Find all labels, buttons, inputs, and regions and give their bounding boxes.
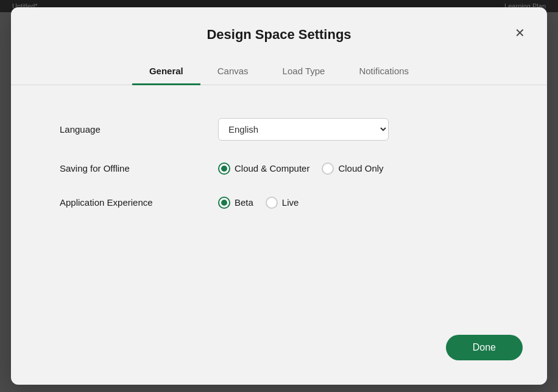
language-row: Language English Spanish French German P… — [60, 107, 498, 152]
cloud-only-radio[interactable] — [322, 163, 334, 175]
tab-general[interactable]: General — [132, 60, 200, 85]
saving-label: Saving for Offline — [60, 163, 194, 173]
beta-option[interactable]: Beta — [218, 197, 253, 209]
modal-title: Design Space Settings — [35, 27, 523, 43]
tab-load-type[interactable]: Load Type — [266, 60, 342, 85]
tab-bar: General Canvas Load Type Notifications — [11, 60, 547, 85]
beta-radio[interactable] — [218, 197, 230, 209]
tab-notifications[interactable]: Notifications — [342, 60, 426, 85]
language-label: Language — [60, 124, 194, 135]
live-radio[interactable] — [266, 197, 278, 209]
language-select[interactable]: English Spanish French German Portuguese… — [218, 118, 389, 141]
live-label: Live — [282, 197, 299, 208]
done-button[interactable]: Done — [446, 335, 523, 360]
close-button[interactable]: ✕ — [512, 24, 528, 41]
live-option[interactable]: Live — [266, 197, 299, 209]
tab-canvas[interactable]: Canvas — [200, 60, 266, 85]
cloud-computer-radio[interactable] — [218, 163, 230, 175]
language-control: English Spanish French German Portuguese… — [218, 118, 389, 141]
settings-modal: Design Space Settings ✕ General Canvas L… — [11, 7, 547, 385]
cloud-only-option[interactable]: Cloud Only — [322, 163, 383, 175]
app-experience-control: Beta Live — [218, 197, 298, 209]
beta-label: Beta — [235, 197, 253, 208]
app-experience-label: Application Experience — [60, 197, 194, 208]
cloud-computer-label: Cloud & Computer — [235, 163, 309, 173]
modal-footer: Done — [11, 335, 547, 360]
modal-body: Language English Spanish French German P… — [11, 85, 547, 335]
saving-for-offline-row: Saving for Offline Cloud & Computer Clou… — [60, 152, 498, 186]
cloud-only-label: Cloud Only — [338, 163, 383, 173]
cloud-computer-option[interactable]: Cloud & Computer — [218, 163, 309, 175]
application-experience-row: Application Experience Beta Live — [60, 186, 498, 220]
modal-header: Design Space Settings ✕ — [11, 7, 547, 60]
saving-control: Cloud & Computer Cloud Only — [218, 163, 384, 175]
